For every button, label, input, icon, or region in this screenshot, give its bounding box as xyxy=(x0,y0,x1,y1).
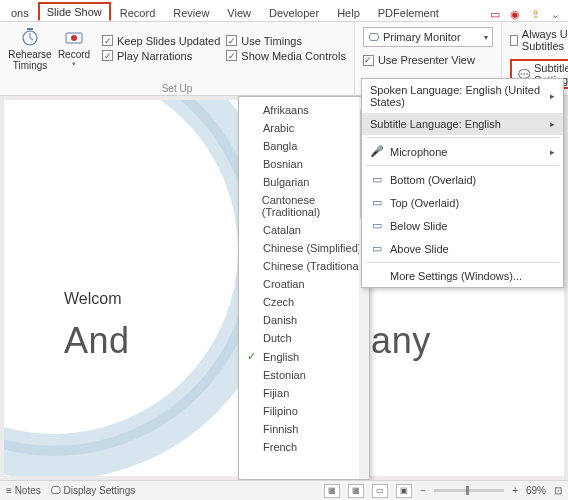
bottom-overlaid-item[interactable]: ▭Bottom (Overlaid) xyxy=(362,168,563,191)
language-item[interactable]: Estonian xyxy=(239,366,369,384)
tab-review[interactable]: Review xyxy=(164,3,218,21)
chevron-right-icon: ▸ xyxy=(550,91,555,101)
share-icon[interactable]: ⇪ xyxy=(528,7,542,21)
tab-developer[interactable]: Developer xyxy=(260,3,328,21)
position-icon: ▭ xyxy=(370,242,384,255)
language-item[interactable]: Cantonese (Traditional) xyxy=(239,191,369,221)
language-label: French xyxy=(263,441,297,453)
subtitle-language-item[interactable]: Subtitle Language: English ▸ xyxy=(362,113,563,135)
language-label: Bosnian xyxy=(263,158,303,170)
check-icon: ✓ xyxy=(245,350,257,363)
zoom-slider[interactable] xyxy=(434,489,504,492)
subtitle-language-label: Subtitle Language: English xyxy=(370,118,501,130)
zoom-out-button[interactable]: − xyxy=(420,485,426,496)
tab-help[interactable]: Help xyxy=(328,3,369,21)
language-item[interactable]: Danish xyxy=(239,311,369,329)
monitor-select[interactable]: 🖵 Primary Monitor ▾ xyxy=(363,27,493,47)
language-item[interactable]: Catalan xyxy=(239,221,369,239)
tab-record[interactable]: Record xyxy=(111,3,164,21)
language-item[interactable]: Finnish xyxy=(239,420,369,438)
quick-access-toolbar: ▭ ◉ ⇪ ⌄ xyxy=(488,7,568,21)
language-item[interactable]: Czech xyxy=(239,293,369,311)
language-label: Catalan xyxy=(263,224,301,236)
language-item[interactable]: Bulgarian xyxy=(239,173,369,191)
position-icon: ▭ xyxy=(370,173,384,186)
tab-pdfelement[interactable]: PDFelement xyxy=(369,3,448,21)
language-item[interactable]: Arabic xyxy=(239,119,369,137)
tab-view[interactable]: View xyxy=(218,3,260,21)
checkbox-icon xyxy=(102,50,113,61)
minimize-ribbon-icon[interactable]: ⌄ xyxy=(548,7,562,21)
language-label: Fijian xyxy=(263,387,289,399)
zoom-level[interactable]: 69% xyxy=(526,485,546,496)
language-item[interactable]: Bangla xyxy=(239,137,369,155)
above-slide-item[interactable]: ▭Above Slide xyxy=(362,237,563,260)
more-settings-item[interactable]: More Settings (Windows)... xyxy=(362,265,563,287)
language-label: Afrikaans xyxy=(263,104,309,116)
microphone-label: Microphone xyxy=(390,146,447,158)
play-narrations-checkbox[interactable]: Play Narrations xyxy=(102,50,220,62)
slideshow-view-button[interactable]: ▣ xyxy=(396,484,412,498)
language-label: Chinese (Simplified) xyxy=(263,242,361,254)
show-media-label: Show Media Controls xyxy=(241,50,346,62)
rehearse-timings-button[interactable]: Rehearse Timings xyxy=(8,25,52,71)
language-item[interactable]: French xyxy=(239,438,369,456)
language-label: Filipino xyxy=(263,405,298,417)
subtitle-settings-menu: Spoken Language: English (United States)… xyxy=(361,78,564,288)
language-item[interactable]: Afrikaans xyxy=(239,101,369,119)
language-item[interactable]: Fijian xyxy=(239,384,369,402)
checkbox-icon xyxy=(226,35,237,46)
language-item[interactable]: Chinese (Simplified) xyxy=(239,239,369,257)
always-use-subtitles-checkbox[interactable]: Always Use Subtitles xyxy=(510,28,568,52)
checkbox-icon xyxy=(102,35,113,46)
keep-slides-updated-checkbox[interactable]: Keep Slides Updated xyxy=(102,35,220,47)
language-item[interactable]: Filipino xyxy=(239,402,369,420)
more-settings-label: More Settings (Windows)... xyxy=(390,270,522,282)
spoken-language-item[interactable]: Spoken Language: English (United States)… xyxy=(362,79,563,113)
language-label: Bulgarian xyxy=(263,176,309,188)
reading-view-button[interactable]: ▭ xyxy=(372,484,388,498)
chevron-right-icon: ▸ xyxy=(550,147,555,157)
comments-icon[interactable]: ▭ xyxy=(488,7,502,21)
use-presenter-view-checkbox[interactable]: Use Presenter View xyxy=(363,54,493,66)
language-label: Bangla xyxy=(263,140,297,152)
chevron-down-icon: ▾ xyxy=(72,60,76,68)
language-item[interactable]: ✓English xyxy=(239,347,369,366)
notes-button[interactable]: ≡ Notes xyxy=(6,485,41,496)
zoom-in-button[interactable]: + xyxy=(512,485,518,496)
microphone-item[interactable]: 🎤 Microphone ▸ xyxy=(362,140,563,163)
use-timings-checkbox[interactable]: Use Timings xyxy=(226,35,346,47)
record-button[interactable]: Record ▾ xyxy=(52,25,96,71)
position-icon: ▭ xyxy=(370,219,384,232)
language-item[interactable]: Dutch xyxy=(239,329,369,347)
menu-separator xyxy=(366,137,559,138)
language-label: Finnish xyxy=(263,423,298,435)
record-icon[interactable]: ◉ xyxy=(508,7,522,21)
sorter-view-button[interactable]: ▦ xyxy=(348,484,364,498)
menu-separator xyxy=(366,165,559,166)
language-list: AfrikaansArabicBanglaBosnianBulgarianCan… xyxy=(239,97,369,460)
display-settings-button[interactable]: 🖵 Display Settings xyxy=(51,485,135,496)
monitor-value: Primary Monitor xyxy=(383,31,461,43)
keep-updated-label: Keep Slides Updated xyxy=(117,35,220,47)
language-label: English xyxy=(263,351,299,363)
show-media-controls-checkbox[interactable]: Show Media Controls xyxy=(226,50,346,62)
below-slide-item[interactable]: ▭Below Slide xyxy=(362,214,563,237)
language-label: Cantonese (Traditional) xyxy=(262,194,365,218)
normal-view-button[interactable]: ▦ xyxy=(324,484,340,498)
fit-to-window-button[interactable]: ⊡ xyxy=(554,485,562,496)
language-item[interactable]: Chinese (Traditional) xyxy=(239,257,369,275)
menu-separator xyxy=(366,262,559,263)
language-label: Arabic xyxy=(263,122,294,134)
always-subtitles-label: Always Use Subtitles xyxy=(522,28,568,52)
presenter-label: Use Presenter View xyxy=(378,54,475,66)
top-overlaid-item[interactable]: ▭Top (Overlaid) xyxy=(362,191,563,214)
tab-slide-show[interactable]: Slide Show xyxy=(38,2,111,21)
tab-truncated[interactable]: ons xyxy=(2,3,38,21)
bottom-label: Bottom (Overlaid) xyxy=(390,174,476,186)
language-label: Croatian xyxy=(263,278,305,290)
language-item[interactable]: Bosnian xyxy=(239,155,369,173)
svg-point-3 xyxy=(71,35,77,41)
checkbox-icon xyxy=(510,35,518,46)
language-item[interactable]: Croatian xyxy=(239,275,369,293)
